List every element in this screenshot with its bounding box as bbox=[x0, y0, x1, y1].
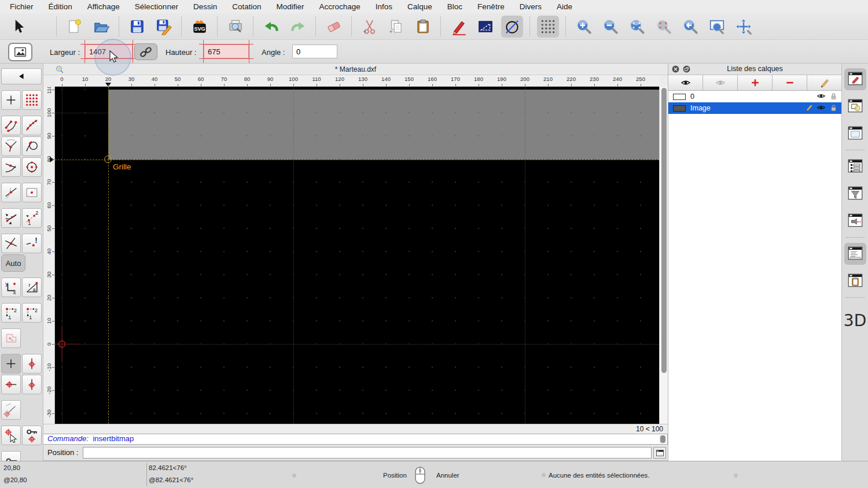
snap-endpoints-button[interactable] bbox=[1, 116, 21, 135]
angle-indicator-button[interactable] bbox=[1, 400, 21, 420]
snap-distance-button[interactable] bbox=[22, 234, 42, 253]
canvas-vscroll-thumb[interactable] bbox=[661, 88, 667, 373]
dock-command-button[interactable] bbox=[844, 243, 866, 265]
dock-clipboard-button[interactable] bbox=[844, 270, 866, 292]
menu-modifier[interactable]: Modifier bbox=[269, 2, 311, 11]
zoom-out-button[interactable] bbox=[599, 16, 621, 38]
menu-affichage[interactable]: Affichage bbox=[80, 2, 127, 11]
link-dimensions-button[interactable] bbox=[134, 43, 157, 60]
drawing-window-titlebar[interactable]: * Marteau.dxf bbox=[43, 64, 668, 75]
zoom-window-button[interactable] bbox=[706, 16, 728, 38]
snap-two-points-button[interactable] bbox=[22, 208, 42, 228]
layer-edit-icon[interactable] bbox=[805, 103, 813, 112]
zoom-prev-button[interactable] bbox=[679, 16, 701, 38]
select-rect-button[interactable] bbox=[475, 16, 496, 38]
menu-divers[interactable]: Divers bbox=[512, 2, 549, 11]
snap-nearest-button[interactable] bbox=[1, 157, 21, 177]
command-scroll-thumb[interactable] bbox=[660, 435, 665, 443]
command-history-scrollbar[interactable] bbox=[659, 435, 667, 443]
layer-lock-icon[interactable] bbox=[829, 103, 838, 112]
command-input[interactable] bbox=[83, 447, 652, 459]
edit-layer-button[interactable] bbox=[807, 75, 841, 90]
dock-filter-button[interactable] bbox=[844, 183, 866, 205]
print-preview-button[interactable] bbox=[225, 16, 247, 38]
circle-line-button[interactable] bbox=[501, 16, 523, 38]
draw-pencil-button[interactable] bbox=[448, 16, 470, 38]
save-button[interactable] bbox=[126, 16, 148, 38]
restrict-angles-button[interactable] bbox=[1, 208, 21, 228]
snap-intersection-button[interactable] bbox=[1, 234, 21, 253]
add-layer-button[interactable] bbox=[738, 75, 773, 90]
dock-blocks-button[interactable] bbox=[844, 95, 866, 117]
coord-polar-button[interactable] bbox=[22, 278, 42, 297]
dock-device-button[interactable] bbox=[844, 210, 866, 232]
back-button[interactable] bbox=[1, 68, 42, 84]
eraser-button[interactable] bbox=[323, 16, 345, 38]
dock-list-button[interactable] bbox=[844, 156, 866, 178]
snap-tangent-button[interactable] bbox=[22, 136, 42, 156]
zoom-auto-button[interactable] bbox=[626, 16, 648, 38]
restrict-nothing-button[interactable] bbox=[1, 354, 21, 374]
undo-button[interactable] bbox=[260, 16, 282, 38]
snap-middle-button[interactable] bbox=[1, 183, 21, 202]
menu-aide[interactable]: Aide bbox=[549, 2, 580, 11]
menu-cotation[interactable]: Cotation bbox=[225, 2, 269, 11]
snap-free-button[interactable] bbox=[1, 90, 21, 110]
insert-image-button[interactable] bbox=[8, 43, 32, 61]
snap-selection-faded-button[interactable] bbox=[1, 328, 21, 348]
show-all-layers-button[interactable] bbox=[668, 75, 703, 90]
dock-library-button[interactable] bbox=[844, 123, 866, 145]
layer-row-0[interactable]: 0 bbox=[668, 91, 841, 102]
hide-all-layers-button[interactable] bbox=[703, 75, 738, 90]
snap-reference-button[interactable] bbox=[22, 183, 42, 202]
folder-open-button[interactable] bbox=[90, 16, 112, 38]
menu-fichier[interactable]: Fichier bbox=[2, 2, 41, 11]
svg-export-button[interactable] bbox=[189, 16, 211, 38]
zoom-pan-button[interactable] bbox=[733, 16, 755, 38]
layer-visibility-icon[interactable] bbox=[816, 91, 826, 101]
zoom-select-button[interactable] bbox=[653, 16, 675, 38]
menu-infos[interactable]: Infos bbox=[368, 2, 400, 11]
menu-fenetre[interactable]: Fenêtre bbox=[470, 2, 512, 11]
remove-layer-button[interactable] bbox=[773, 75, 807, 90]
redo-button[interactable] bbox=[287, 16, 309, 38]
height-input[interactable] bbox=[204, 45, 249, 58]
menu-accrochage[interactable]: Accrochage bbox=[311, 2, 367, 11]
paste-button[interactable] bbox=[412, 16, 434, 38]
zoom-in-button[interactable] bbox=[573, 16, 595, 38]
layer-row-image[interactable]: Image bbox=[668, 102, 841, 114]
snap-center-button[interactable] bbox=[22, 157, 42, 177]
menu-calque[interactable]: Calque bbox=[400, 2, 440, 11]
relative-coordinates: @20,80 bbox=[3, 476, 27, 483]
ref-order-2-button[interactable] bbox=[22, 303, 42, 323]
auto-snap-button[interactable]: Auto bbox=[1, 254, 25, 272]
snap-intersection-manual-button[interactable] bbox=[1, 136, 21, 156]
cut-button[interactable] bbox=[359, 16, 381, 38]
angle-input[interactable] bbox=[292, 45, 337, 58]
copy-button[interactable] bbox=[385, 16, 407, 38]
restrict-vertical-button[interactable] bbox=[22, 354, 42, 374]
menu-selectionner[interactable]: Sélectionner bbox=[127, 2, 186, 11]
layer-lock-icon[interactable] bbox=[829, 92, 838, 101]
menu-dessin[interactable]: Dessin bbox=[186, 2, 225, 11]
restrict-vertical-small-button[interactable] bbox=[22, 375, 42, 394]
drawing-canvas[interactable]: Grille bbox=[55, 87, 659, 424]
grid-dots-button[interactable] bbox=[537, 16, 559, 38]
pointer-button[interactable] bbox=[7, 16, 29, 38]
snap-on-entity-button[interactable] bbox=[22, 116, 42, 135]
lock-relative-zero-button[interactable] bbox=[22, 426, 42, 445]
width-input[interactable] bbox=[85, 45, 133, 58]
snap-grid-button[interactable] bbox=[22, 90, 42, 110]
coord-cartesian-button[interactable] bbox=[1, 278, 21, 297]
restrict-horizontal-button[interactable] bbox=[1, 375, 21, 394]
ref-order-1-button[interactable] bbox=[1, 303, 21, 323]
layer-visibility-icon[interactable] bbox=[816, 103, 826, 112]
menu-bloc[interactable]: Bloc bbox=[440, 2, 470, 11]
canvas-vertical-scrollbar[interactable] bbox=[659, 87, 668, 424]
doc-new-button[interactable] bbox=[64, 16, 86, 38]
menu-edition[interactable]: Édition bbox=[41, 2, 80, 11]
snap-pointer-button[interactable] bbox=[1, 426, 21, 445]
save-as-button[interactable] bbox=[153, 16, 175, 38]
dock-layer-edit-button[interactable] bbox=[844, 68, 866, 90]
command-detach-button[interactable] bbox=[653, 447, 666, 459]
